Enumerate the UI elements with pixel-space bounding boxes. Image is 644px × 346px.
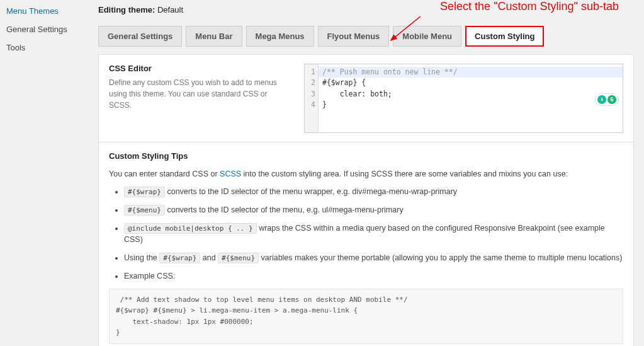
grammarly-widget[interactable]: ⬇ G — [595, 93, 619, 106]
code-menu-var-2: #{$menu} — [218, 253, 259, 263]
code-wrap-var: #{$wrap} — [124, 187, 165, 197]
annotation-callout: Select the "Custom Styling" sub-tab — [440, 0, 619, 13]
code-include-mixin: @include mobile|desktop { .. } — [124, 223, 257, 234]
list-item: Using the #{$wrap} and #{$menu} variable… — [124, 252, 623, 264]
grammarly-status-icon[interactable]: G — [607, 95, 616, 104]
tips-panel: Custom Styling Tips You can enter standa… — [98, 142, 634, 346]
grammarly-add-icon[interactable]: ⬇ — [597, 95, 606, 104]
editor-code[interactable]: /** Push menu onto new line **/#{$wrap} … — [319, 64, 623, 132]
css-editor[interactable]: 1234 /** Push menu onto new line **/#{$w… — [304, 64, 623, 133]
sub-tabs: General Settings Menu Bar Mega Menus Fly… — [98, 26, 634, 47]
list-item: #{$menu} converts to the ID selector of … — [124, 204, 623, 216]
tips-intro: You can enter standard CSS or SCSS into … — [109, 170, 623, 178]
annotation-arrow-icon — [386, 16, 424, 48]
panel-description: CSS Editor Define any custom CSS you wis… — [109, 64, 291, 133]
admin-sidebar: Menu Themes General Settings Tools — [0, 0, 88, 346]
tab-menu-bar[interactable]: Menu Bar — [186, 26, 242, 47]
tab-custom-styling[interactable]: Custom Styling — [465, 26, 544, 47]
tab-general-settings[interactable]: General Settings — [98, 26, 182, 47]
scss-link[interactable]: SCSS — [220, 170, 241, 178]
tab-mega-menus[interactable]: Mega Menus — [246, 26, 314, 47]
example-css-1: /** Add text shadow to top level menu it… — [109, 289, 623, 344]
svg-line-0 — [391, 16, 421, 40]
list-item: @include mobile|desktop { .. } wraps the… — [124, 222, 623, 246]
tab-flyout-menus[interactable]: Flyout Menus — [318, 26, 390, 47]
sidebar-item-general-settings[interactable]: General Settings — [6, 25, 82, 34]
editor-gutter: 1234 — [305, 64, 319, 132]
tips-list: #{$wrap} converts to the ID selector of … — [109, 186, 623, 282]
annotation-text: Select the "Custom Styling" sub-tab — [440, 0, 619, 13]
css-editor-panel: CSS Editor Define any custom CSS you wis… — [98, 54, 634, 142]
sidebar-item-tools[interactable]: Tools — [6, 43, 82, 52]
panel-help-text: Define any custom CSS you wish to add to… — [109, 77, 291, 111]
list-item: #{$wrap} converts to the ID selector of … — [124, 186, 623, 198]
panel-heading: CSS Editor — [109, 64, 291, 73]
main-content: Select the "Custom Styling" sub-tab Edit… — [88, 0, 644, 346]
code-menu-var: #{$menu} — [124, 205, 165, 216]
sidebar-item-menu-themes[interactable]: Menu Themes — [6, 6, 82, 16]
tips-heading: Custom Styling Tips — [109, 151, 623, 161]
list-item: Example CSS: — [124, 270, 623, 282]
code-wrap-var-2: #{$wrap} — [159, 253, 200, 263]
